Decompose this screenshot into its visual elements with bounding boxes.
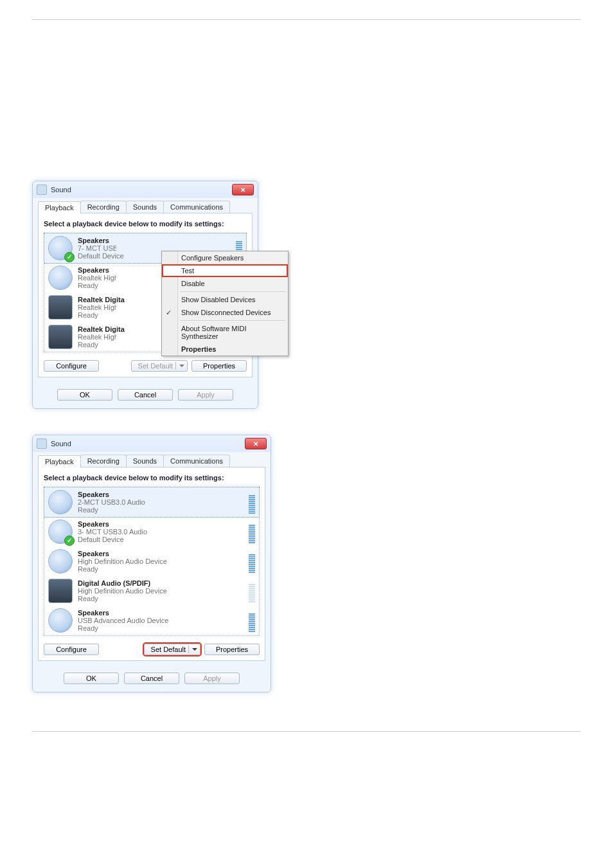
cancel-button[interactable]: Cancel	[118, 389, 173, 401]
device-name: Speakers	[78, 550, 244, 557]
ok-button[interactable]: OK	[57, 389, 112, 401]
ctx-properties[interactable]: Properties	[162, 343, 288, 356]
level-meter	[249, 491, 255, 514]
sound-dialog-2: Sound ✕ Playback Recording Sounds Commun…	[32, 435, 271, 692]
device-desc: Realtek High	[78, 274, 116, 282]
tabs: Playback Recording Sounds Communications	[38, 455, 265, 467]
device-desc: Realtek High	[78, 303, 116, 311]
tabs: Playback Recording Sounds Communications	[38, 201, 253, 213]
device-list: Speakers 2-MCT USB3.0 Audio Ready ✓ Spea…	[44, 487, 260, 636]
level-meter	[249, 609, 255, 632]
tab-body: Select a playback device below to modify…	[38, 467, 265, 661]
device-name: Speakers	[78, 491, 244, 498]
tab-recording[interactable]: Recording	[80, 201, 127, 213]
check-icon: ✓	[166, 309, 172, 317]
device-item[interactable]: Speakers USB Advanced Audio Device Ready	[44, 606, 259, 635]
chevron-down-icon[interactable]	[175, 362, 184, 370]
device-status: Default Device	[78, 536, 244, 543]
prompt-text: Select a playback device below to modify…	[44, 220, 247, 228]
ctx-show-disconnected-label: Show Disconnected Devices	[181, 309, 271, 316]
ctx-show-disabled[interactable]: Show Disabled Devices	[162, 293, 288, 306]
spdif-icon	[48, 325, 73, 349]
ctx-separator	[180, 291, 285, 292]
sound-icon	[37, 439, 47, 449]
ok-button[interactable]: OK	[64, 673, 119, 684]
button-row: Configure Set Default Properties	[44, 360, 247, 372]
device-desc: Realtek High	[78, 333, 116, 341]
sound-dialog-1: Sound ✕ Playback Recording Sounds Commun…	[32, 181, 258, 409]
ctx-disable[interactable]: Disable	[162, 277, 288, 290]
dialog-buttons: OK Cancel Apply	[33, 384, 258, 408]
speaker-icon	[48, 608, 73, 633]
sound-icon	[37, 185, 47, 195]
default-check-icon: ✓	[64, 536, 75, 546]
level-meter	[249, 579, 255, 602]
dialog-buttons: OK Cancel Apply	[33, 667, 271, 692]
ctx-about-midi[interactable]: About Software MIDI Synthesizer	[162, 322, 288, 343]
close-button[interactable]: ✕	[232, 184, 254, 195]
set-default-label: Set Default	[151, 646, 186, 653]
set-default-button[interactable]: Set Default	[144, 644, 200, 655]
titlebar[interactable]: Sound ✕	[33, 181, 258, 198]
apply-button[interactable]: Apply	[184, 673, 240, 684]
device-name: Speakers	[78, 520, 244, 528]
device-status: Ready	[78, 565, 244, 573]
configure-button[interactable]: Configure	[44, 644, 99, 655]
close-icon: ✕	[240, 186, 245, 194]
button-row: Configure Set Default Properties	[44, 644, 260, 655]
cancel-button[interactable]: Cancel	[124, 673, 179, 684]
device-desc: 2-MCT USB3.0 Audio	[78, 498, 244, 506]
window-title: Sound	[51, 186, 71, 194]
speaker-icon	[48, 490, 73, 514]
speaker-icon: ✓	[48, 236, 73, 260]
device-item[interactable]: Digital Audio (S/PDIF) High Definition A…	[44, 576, 259, 606]
tab-communications[interactable]: Communications	[163, 455, 230, 467]
device-desc: High Definition Audio Device	[78, 557, 244, 565]
ctx-configure-speakers[interactable]: Configure Speakers	[162, 251, 288, 264]
device-desc: 7- MCT USB3.0 Audio	[78, 244, 116, 252]
tab-sounds[interactable]: Sounds	[126, 455, 164, 467]
device-item[interactable]: ✓ Speakers 3- MCT USB3.0 Audio Default D…	[44, 517, 259, 547]
speaker-icon: ✓	[48, 520, 73, 544]
device-desc: High Definition Audio Device	[78, 587, 244, 595]
device-name: Speakers	[78, 237, 231, 244]
tab-playback[interactable]: Playback	[38, 201, 81, 213]
set-default-label: Set Default	[138, 362, 173, 370]
spdif-icon	[48, 579, 73, 603]
ctx-test[interactable]: Test	[162, 264, 288, 277]
prompt-text: Select a playback device below to modify…	[44, 474, 260, 482]
ctx-show-disconnected[interactable]: ✓ Show Disconnected Devices	[162, 306, 288, 319]
chevron-down-icon[interactable]	[188, 646, 197, 653]
device-status: Ready	[78, 595, 244, 602]
set-default-button[interactable]: Set Default	[131, 360, 188, 372]
window-title: Sound	[51, 440, 71, 448]
tab-recording[interactable]: Recording	[80, 455, 127, 467]
properties-button[interactable]: Properties	[191, 360, 247, 372]
device-status: Ready	[78, 506, 244, 514]
device-status: Ready	[78, 624, 244, 632]
tab-playback[interactable]: Playback	[38, 455, 81, 467]
close-button[interactable]: ✕	[245, 438, 267, 449]
close-icon: ✕	[253, 440, 258, 448]
device-item[interactable]: Speakers 2-MCT USB3.0 Audio Ready	[44, 487, 260, 518]
speaker-icon	[48, 266, 73, 290]
titlebar[interactable]: Sound ✕	[33, 435, 271, 452]
apply-button[interactable]: Apply	[178, 389, 233, 401]
device-desc: USB Advanced Audio Device	[78, 617, 244, 624]
properties-button[interactable]: Properties	[204, 644, 260, 655]
device-name: Speakers	[78, 609, 244, 617]
spdif-icon	[48, 295, 73, 320]
tab-sounds[interactable]: Sounds	[126, 201, 164, 213]
configure-button[interactable]: Configure	[44, 360, 99, 372]
level-meter	[249, 550, 255, 573]
speaker-icon	[48, 549, 73, 574]
device-desc: 3- MCT USB3.0 Audio	[78, 528, 244, 536]
tab-communications[interactable]: Communications	[163, 201, 230, 213]
context-menu: Configure Speakers Test Disable Show Dis…	[161, 251, 289, 356]
device-name: Digital Audio (S/PDIF)	[78, 579, 244, 587]
level-meter	[249, 520, 255, 543]
ctx-separator	[180, 320, 285, 321]
default-check-icon: ✓	[64, 252, 75, 262]
device-item[interactable]: Speakers High Definition Audio Device Re…	[44, 547, 259, 576]
